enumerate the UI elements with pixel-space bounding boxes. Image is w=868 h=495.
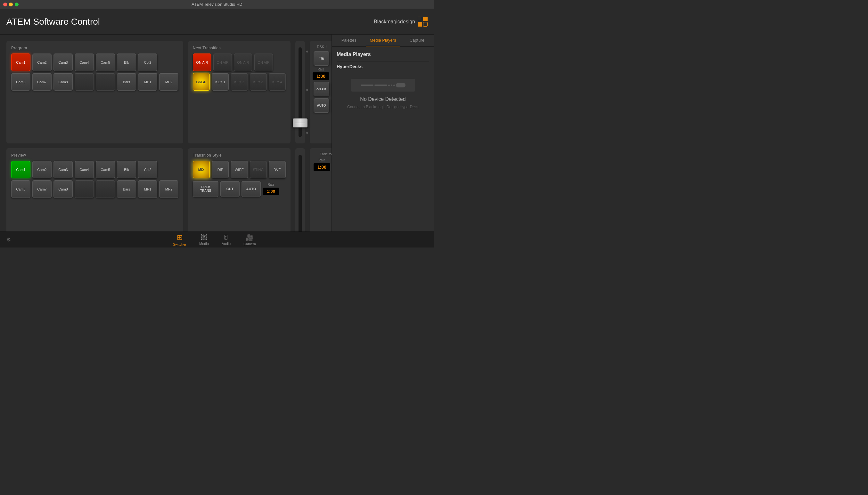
program-cam3[interactable]: Cam3: [53, 53, 73, 71]
cut-button[interactable]: CUT: [220, 181, 240, 197]
fader-handle[interactable]: [293, 118, 307, 127]
program-mp2[interactable]: MP2: [159, 73, 178, 91]
tab-palettes[interactable]: Palettes: [332, 35, 366, 47]
transition-style-label: Transition Style: [193, 153, 286, 157]
preview-mp1[interactable]: MP1: [138, 180, 157, 198]
key4-button[interactable]: KEY 4: [269, 73, 286, 91]
nav-camera[interactable]: 🎥 Camera: [243, 234, 256, 246]
program-section: Program Cam1 Cam2 Cam3 Cam4 Cam5 Blk Col…: [6, 41, 183, 143]
preview-cam5[interactable]: Cam5: [96, 161, 115, 178]
maximize-button[interactable]: [15, 3, 19, 6]
rate-value[interactable]: 1:00: [262, 188, 279, 195]
on-air-2[interactable]: ON AIR: [213, 53, 232, 71]
preview-bars[interactable]: Bars: [117, 180, 136, 198]
program-cam7[interactable]: Cam7: [32, 73, 52, 91]
bmd-logo: Blackmagicdesign: [374, 17, 428, 27]
media-players-title: Media Players: [337, 52, 429, 57]
program-mp1[interactable]: MP1: [138, 73, 157, 91]
prev-trans-button[interactable]: PREV TRANS: [193, 181, 218, 197]
logo-sq-1: [418, 17, 422, 21]
on-air-1[interactable]: ON AIR: [193, 53, 211, 71]
program-blk[interactable]: Blk: [117, 53, 136, 71]
camera-icon: 🎥: [246, 234, 254, 241]
bkgd-button[interactable]: BKGD: [193, 73, 210, 91]
dsk1-auto[interactable]: AUTO: [313, 98, 329, 113]
hyperdeck-placeholder: No Device Detected Connect a Blackmagic …: [337, 79, 429, 109]
logo-sq-3: [418, 22, 422, 27]
preview-blk[interactable]: Blk: [117, 161, 136, 178]
program-cam8[interactable]: Cam8: [53, 73, 73, 91]
hyperdecks-title: HyperDecks: [337, 64, 429, 69]
preview-mp2[interactable]: MP2: [159, 180, 178, 198]
fader-pip-mid: [306, 89, 308, 91]
fader-track[interactable]: [299, 47, 302, 137]
key1-button[interactable]: KEY 1: [212, 73, 229, 91]
preview-cam6[interactable]: Cam6: [11, 180, 30, 198]
right-panel-content: Media Players HyperDecks No Device Detec…: [332, 47, 434, 114]
bottom-row: Preview Cam1 Cam2 Cam3 Cam4 Cam5 Blk Col…: [6, 148, 325, 232]
preview-label: Preview: [11, 153, 178, 157]
dsk1-rate-label: Rate: [312, 68, 329, 71]
tab-capture[interactable]: Capture: [400, 35, 434, 47]
titlebar: ATEM Television Studio HD: [0, 0, 434, 9]
audio-icon: 🎚: [223, 234, 229, 241]
fader-section: [295, 41, 305, 143]
fader-pip-bot: [306, 132, 308, 134]
main-layout: Program Cam1 Cam2 Cam3 Cam4 Cam5 Blk Col…: [0, 35, 434, 232]
program-cam4[interactable]: Cam4: [75, 53, 94, 71]
sting-button[interactable]: STING: [250, 161, 267, 178]
key2-button[interactable]: KEY 2: [231, 73, 248, 91]
dsk1-rate-display: 1:00: [312, 72, 329, 80]
preview-cam1[interactable]: Cam1: [11, 161, 30, 178]
wipe-button[interactable]: WIPE: [231, 161, 248, 178]
hd-bar-2: [374, 85, 387, 86]
preview-empty1: [75, 180, 94, 198]
dve-button[interactable]: DVE: [269, 161, 286, 178]
program-bars[interactable]: Bars: [117, 73, 136, 91]
auto-button[interactable]: AUTO: [241, 181, 261, 197]
mix-button[interactable]: MIX: [193, 161, 210, 178]
program-col2[interactable]: Col2: [138, 53, 157, 71]
nav-audio[interactable]: 🎚 Audio: [222, 234, 231, 245]
right-panel: Palettes Media Players Capture Media Pla…: [331, 35, 434, 232]
traffic-lights: [3, 3, 19, 6]
preview-cam4[interactable]: Cam4: [75, 161, 94, 178]
minimize-button[interactable]: [9, 3, 13, 6]
nav-audio-label: Audio: [222, 242, 231, 245]
settings-icon[interactable]: ⚙: [6, 237, 11, 243]
key3-button[interactable]: KEY 3: [250, 73, 267, 91]
logo-sq-4: [423, 22, 428, 27]
preview-cam3[interactable]: Cam3: [53, 161, 73, 178]
on-air-row: ON AIR ON AIR ON AIR ON AIR: [193, 53, 286, 71]
program-cam2[interactable]: Cam2: [32, 53, 52, 71]
on-air-3[interactable]: ON AIR: [234, 53, 252, 71]
tab-media-players[interactable]: Media Players: [366, 35, 400, 47]
hd-dot-2: [391, 85, 392, 86]
no-device-text: No Device Detected: [360, 96, 406, 102]
program-cam6[interactable]: Cam6: [11, 73, 30, 91]
nav-media[interactable]: 🖼 Media: [199, 234, 209, 245]
preview-cam8[interactable]: Cam8: [53, 180, 73, 198]
preview-cam7[interactable]: Cam7: [32, 180, 52, 198]
preview-cam2[interactable]: Cam2: [32, 161, 52, 178]
logo-sq-2: [423, 17, 428, 21]
nav-switcher[interactable]: ⊞ Switcher: [173, 234, 186, 246]
nav-switcher-label: Switcher: [173, 242, 186, 246]
program-label: Program: [11, 46, 178, 50]
app-header: ATEM Software Control Blackmagicdesign: [0, 9, 434, 35]
dip-button[interactable]: DIP: [212, 161, 229, 178]
fader-section-2: [295, 148, 305, 232]
fader-container-2: [299, 151, 302, 232]
preview-section: Preview Cam1 Cam2 Cam3 Cam4 Cam5 Blk Col…: [6, 148, 183, 232]
on-air-4[interactable]: ON AIR: [254, 53, 273, 71]
hd-toggle: [396, 83, 406, 87]
dsk1-tie[interactable]: TIE: [313, 51, 329, 66]
program-cam5[interactable]: Cam5: [96, 53, 115, 71]
program-cam1[interactable]: Cam1: [11, 53, 30, 71]
preview-row1: Cam1 Cam2 Cam3 Cam4 Cam5 Blk Col2: [11, 161, 178, 178]
close-button[interactable]: [3, 3, 7, 6]
fader-track-2[interactable]: [299, 155, 302, 232]
preview-col2[interactable]: Col2: [138, 161, 157, 178]
dsk1-on-air[interactable]: ON AIR: [313, 82, 329, 96]
bmd-logo-icon: [418, 17, 428, 27]
